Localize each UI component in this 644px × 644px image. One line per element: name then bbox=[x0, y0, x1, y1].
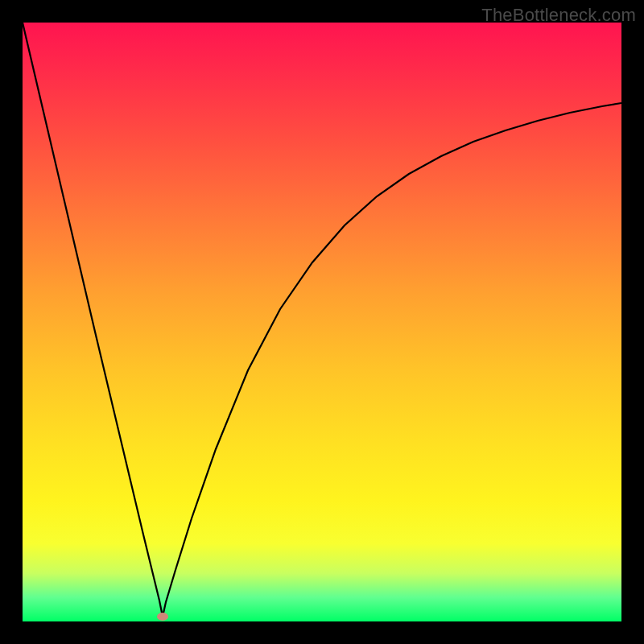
plot-area bbox=[23, 23, 621, 621]
curve-path bbox=[23, 23, 621, 617]
watermark-label: TheBottleneck.com bbox=[481, 5, 636, 26]
optimum-marker bbox=[157, 613, 168, 621]
bottleneck-curve bbox=[23, 23, 621, 621]
